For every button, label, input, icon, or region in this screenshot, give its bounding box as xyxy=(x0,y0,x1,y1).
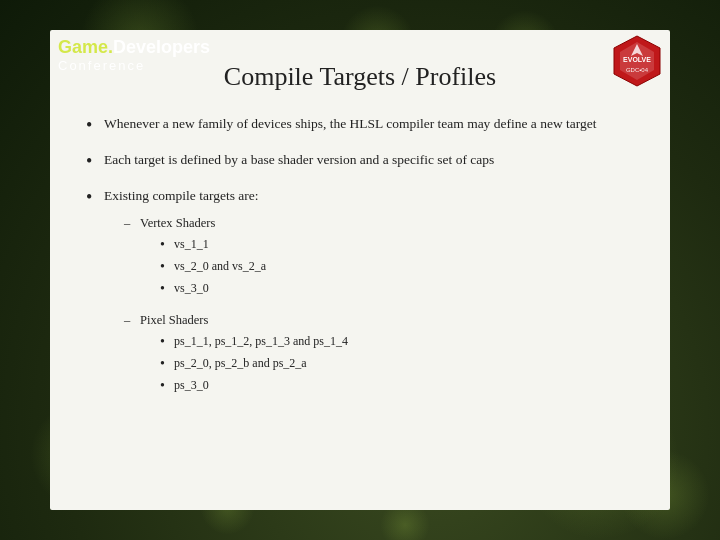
svg-text:GDC•04: GDC•04 xyxy=(626,67,649,73)
bullet-text: Whenever a new family of devices ships, … xyxy=(104,114,634,134)
subsub-text: vs_2_0 and vs_2_a xyxy=(174,258,266,275)
subsub-list-item: • vs_3_0 xyxy=(160,280,266,299)
bullet-list: • Whenever a new family of devices ships… xyxy=(86,114,634,406)
subsub-dot: • xyxy=(160,279,174,299)
logo: Game.Developers Conference xyxy=(58,38,210,73)
sub-list-pixel: – Pixel Shaders • ps_1_1, ps_1_2, ps_1_3… xyxy=(104,311,634,400)
subsub-list-item: • ps_3_0 xyxy=(160,377,348,396)
subsub-text: ps_3_0 xyxy=(174,377,348,394)
subsub-list: • vs_1_1 • vs_2_0 and vs_2_a • vs_3_0 xyxy=(140,236,266,300)
evolve-badge: EVOLVE GDC•04 xyxy=(610,34,664,88)
subsub-list-item: • ps_1_1, ps_1_2, ps_1_3 and ps_1_4 xyxy=(160,333,348,352)
list-item: • Whenever a new family of devices ships… xyxy=(86,114,634,138)
bullet-text: Existing compile targets are: xyxy=(104,188,259,203)
svg-text:EVOLVE: EVOLVE xyxy=(623,56,651,63)
subsub-dot: • xyxy=(160,235,174,255)
subsub-list-item: • vs_2_0 and vs_2_a xyxy=(160,258,266,277)
logo-conference-text: Conference xyxy=(58,59,210,73)
subsub-list-item: • ps_2_0, ps_2_b and ps_2_a xyxy=(160,355,348,374)
subsub-text: ps_1_1, ps_1_2, ps_1_3 and ps_1_4 xyxy=(174,333,348,350)
logo-game-line: Game.Developers xyxy=(58,38,210,58)
subsub-text: vs_1_1 xyxy=(174,236,266,253)
sub-group-label: Pixel Shaders xyxy=(140,313,208,327)
subsub-text: vs_3_0 xyxy=(174,280,266,297)
bullet-dot: • xyxy=(86,148,104,174)
bullet-text: Each target is defined by a base shader … xyxy=(104,150,634,170)
subsub-dot: • xyxy=(160,332,174,352)
sub-list-item: – Pixel Shaders • ps_1_1, ps_1_2, ps_1_3… xyxy=(124,311,634,400)
slide-content: Compile Targets / Profiles • Whenever a … xyxy=(50,30,670,510)
sub-dash: – xyxy=(124,311,140,329)
logo-game-text: Game.Developers xyxy=(58,37,210,57)
sub-list-item: – Vertex Shaders • vs_1_1 • vs_2_0 xyxy=(124,214,634,303)
bullet-dot: • xyxy=(86,184,104,210)
subsub-dot: • xyxy=(160,257,174,277)
bullet-dot: • xyxy=(86,112,104,138)
subsub-list: • ps_1_1, ps_1_2, ps_1_3 and ps_1_4 • ps… xyxy=(140,333,348,397)
list-item: • Existing compile targets are: – Vertex… xyxy=(86,186,634,406)
subsub-dot: • xyxy=(160,376,174,396)
subsub-dot: • xyxy=(160,354,174,374)
sub-dash: – xyxy=(124,214,140,232)
list-item: • Each target is defined by a base shade… xyxy=(86,150,634,174)
subsub-text: ps_2_0, ps_2_b and ps_2_a xyxy=(174,355,348,372)
sub-list-vertex: – Vertex Shaders • vs_1_1 • vs_2_0 xyxy=(104,214,634,303)
sub-group-label: Vertex Shaders xyxy=(140,216,215,230)
subsub-list-item: • vs_1_1 xyxy=(160,236,266,255)
